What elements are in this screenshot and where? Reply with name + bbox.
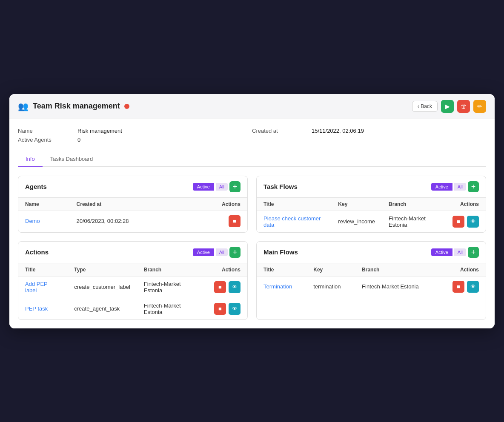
agents-panel: Agents Active All + Name Created at Acti… [18,176,248,233]
main-flows-badge-all[interactable]: All [454,248,466,256]
active-agents-value: 0 [77,137,252,143]
main-flows-panel: Main Flows Active All + Title Key Branch… [256,241,486,320]
agents-table: Name Created at Actions Demo 20/06/2023,… [18,198,247,231]
task-flows-add-button[interactable]: + [468,181,479,192]
tab-tasks-dashboard[interactable]: Tasks Dashboard [43,151,100,167]
task-flows-panel-header: Task Flows Active All + [257,176,486,198]
mf-col-title: Title [257,263,306,277]
actions-header-right: Active All + [193,247,241,258]
ac-view-button-0[interactable]: 👁 [229,281,241,293]
table-row: Add PEP label create_customer_label Fint… [18,276,247,298]
header-left: 👥 Team Risk management [18,101,129,111]
mf-key: termination [306,276,355,297]
actions-panel-header: Actions Active All + [18,242,247,263]
ac-branch-1: Fintech-Market Estonia [137,298,207,319]
tf-title-link[interactable]: Please check customer data [263,215,321,228]
ac-title-link-0[interactable]: Add PEP label [25,281,48,294]
task-flows-panel: Task Flows Active All + Title Key Branch… [256,176,486,233]
header-actions: ‹ Back ▶ 🗑 ✏ [412,100,486,113]
header: 👥 Team Risk management ‹ Back ▶ 🗑 ✏ [9,94,495,119]
actions-title: Actions [25,248,49,256]
name-value: Risk management [77,128,252,134]
mf-col-key: Key [306,263,355,277]
actions-panel: Actions Active All + Title Type Branch A… [18,241,248,320]
tf-col-branch: Branch [382,198,446,211]
agents-add-button[interactable]: + [229,181,241,192]
tf-key: review_income [331,211,382,232]
actions-badge-all[interactable]: All [216,248,228,256]
mf-view-button[interactable]: 👁 [467,281,479,293]
main-flows-table: Title Key Branch Actions Termination ter… [257,263,486,297]
created-at-label: Created at [252,128,312,143]
main-flows-badge-active[interactable]: Active [431,248,452,256]
agents-title: Agents [25,183,47,190]
status-dot [124,104,129,109]
ac-type-0: create_customer_label [67,276,137,298]
mf-col-branch: Branch [355,263,438,277]
table-row: PEP task create_agent_task Fintech-Marke… [18,298,247,319]
agents-col-actions: Actions [189,198,247,211]
main-flows-title: Main Flows [263,248,298,256]
task-flows-badge-all[interactable]: All [454,183,466,191]
agents-panel-header: Agents Active All + [18,176,247,198]
tf-stop-button[interactable]: ■ [452,216,464,228]
tf-title: Please check customer data [257,211,331,232]
ac-title-link-1[interactable]: PEP task [25,305,48,312]
agent-name-link[interactable]: Demo [25,218,40,224]
meta-left: Name Risk management Active Agents 0 [18,128,252,143]
ac-type-1: create_agent_task [67,298,137,319]
agents-badge-all[interactable]: All [216,183,228,191]
tf-col-actions: Actions [446,198,486,211]
task-flows-table: Title Key Branch Actions Please check cu… [257,198,486,232]
agents-col-name: Name [18,198,70,211]
actions-table: Title Type Branch Actions Add PEP label … [18,263,247,319]
mf-col-actions: Actions [438,263,486,277]
ac-col-title: Title [18,263,67,277]
back-button[interactable]: ‹ Back [412,101,438,112]
edit-button[interactable]: ✏ [473,100,486,113]
team-icon: 👥 [18,101,29,111]
main-flows-header-right: Active All + [431,247,479,258]
active-agents-label: Active Agents [18,137,77,143]
ac-col-actions: Actions [207,263,247,277]
play-button[interactable]: ▶ [441,100,454,113]
delete-button[interactable]: 🗑 [457,100,470,113]
mf-title-link[interactable]: Termination [263,283,292,290]
agent-created: 20/06/2023, 00:02:28 [70,211,189,231]
main-flows-add-button[interactable]: + [468,247,479,258]
main-flows-panel-header: Main Flows Active All + [257,242,486,263]
page-title: Team Risk management [33,102,120,111]
mf-actions-cell: ■ 👁 [438,276,486,297]
actions-badge-active[interactable]: Active [193,248,214,256]
ac-branch-0: Fintech-Market Estonia [137,276,207,298]
tabs: Info Tasks Dashboard [18,151,486,167]
tf-col-key: Key [331,198,382,211]
ac-title-1: PEP task [18,298,67,319]
task-flows-title: Task Flows [263,183,298,190]
ac-stop-button-0[interactable]: ■ [214,281,226,293]
ac-actions-cell-1: ■ 👁 [207,298,247,319]
ac-actions-cell-0: ■ 👁 [207,276,247,298]
agents-badge-active[interactable]: Active [193,183,214,191]
name-label: Name [18,128,77,134]
tf-branch: Fintech-Market Estonia [382,211,446,232]
task-flows-badge-active[interactable]: Active [431,183,452,191]
meta-info: Name Risk management Active Agents 0 Cre… [18,128,486,143]
ac-stop-button-1[interactable]: ■ [214,303,226,315]
mf-stop-button[interactable]: ■ [452,281,464,293]
table-row: Demo 20/06/2023, 00:02:28 ■ [18,211,247,231]
tf-view-button[interactable]: 👁 [467,216,479,228]
agents-header-right: Active All + [193,181,241,192]
ac-view-button-1[interactable]: 👁 [229,303,241,315]
tf-actions-cell: ■ 👁 [446,211,486,232]
tf-col-title: Title [257,198,331,211]
task-flows-header-right: Active All + [431,181,479,192]
agent-stop-button[interactable]: ■ [229,215,241,227]
agent-name: Demo [18,211,70,231]
mf-branch: Fintech-Market Estonia [355,276,438,297]
tab-info[interactable]: Info [18,151,43,167]
app-window: 👥 Team Risk management ‹ Back ▶ 🗑 ✏ Name… [9,94,495,328]
created-at-value: 15/11/2022, 02:06:19 [312,128,486,143]
actions-add-button[interactable]: + [229,247,241,258]
ac-col-type: Type [67,263,137,277]
